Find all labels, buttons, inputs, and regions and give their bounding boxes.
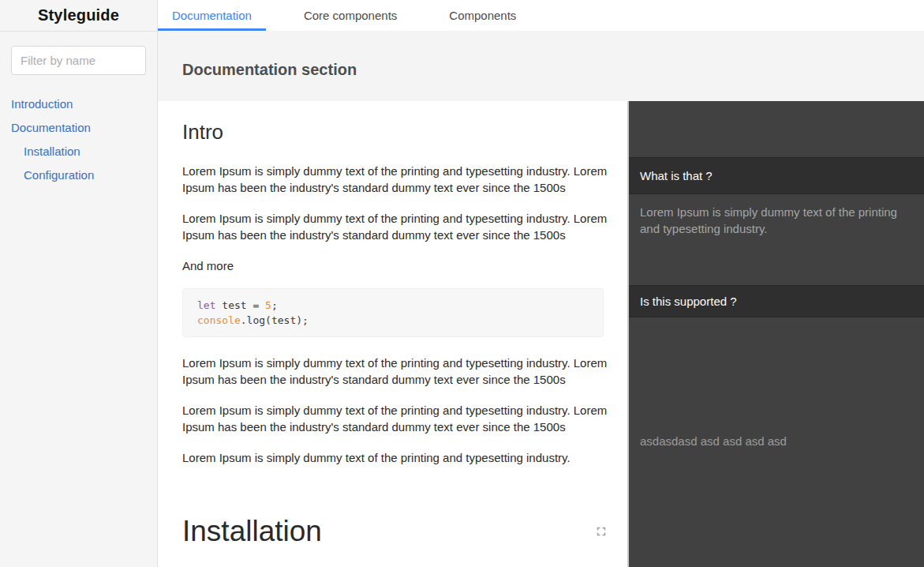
doc-paragraph: Lorem Ipsum is simply dummy text of the …	[182, 402, 608, 435]
sidebar-header: Styleguide	[0, 0, 157, 32]
filter-input[interactable]	[11, 46, 146, 75]
code-number: 5	[265, 299, 271, 311]
intro-heading: Intro	[182, 120, 608, 144]
annotation-answer: asdasdasd asd asd asd asd	[629, 317, 924, 567]
styleguide-app: Styleguide Introduction Documentation In…	[0, 0, 924, 567]
tab-components[interactable]: Components	[435, 0, 530, 31]
sidebar-item-introduction[interactable]: Introduction	[0, 92, 157, 116]
code-plain: test =	[215, 299, 265, 311]
doc-content: Intro Lorem Ipsum is simply dummy text o…	[158, 101, 627, 567]
annotations-panel: What is that ? Lorem Ipsum is simply dum…	[627, 101, 924, 567]
doc-paragraph: Lorem Ipsum is simply dummy text of the …	[182, 449, 608, 466]
code-plain: ;	[271, 299, 278, 311]
code-sample: let test = 5;console.log(test);	[197, 298, 589, 328]
code-keyword: let	[197, 299, 215, 311]
code-builtin: console	[197, 314, 241, 326]
doc-paragraph: And more	[182, 257, 608, 274]
filter-wrap	[0, 32, 157, 75]
installation-heading: Installation	[182, 515, 322, 548]
doc-paragraph: Lorem Ipsum is simply dummy text of the …	[182, 210, 608, 243]
fullscreen-icon[interactable]	[594, 524, 608, 539]
code-line: let test = 5;	[197, 298, 589, 313]
installation-heading-row: Installation	[182, 515, 608, 548]
sidebar-item-documentation[interactable]: Documentation	[0, 116, 157, 140]
sidebar-item-configuration[interactable]: Configuration	[0, 163, 157, 187]
tab-documentation[interactable]: Documentation	[158, 0, 266, 31]
code-plain: .log(test);	[241, 314, 309, 326]
code-line: console.log(test);	[197, 313, 589, 328]
sidebar-nav: Introduction Documentation Installation …	[0, 92, 157, 187]
annotation-answer: Lorem Ipsum is simply dummy text of the …	[629, 194, 924, 285]
annotation-question-what-is-that: What is that ?	[629, 157, 924, 194]
tab-bar: Documentation Core components Components	[158, 0, 924, 31]
sidebar: Styleguide Introduction Documentation In…	[0, 0, 158, 567]
code-block: let test = 5;console.log(test);	[182, 288, 604, 337]
tab-core-components[interactable]: Core components	[290, 0, 411, 31]
annotation-question-is-this-supported: Is this supported ?	[629, 285, 924, 317]
section-title: Documentation section	[158, 31, 924, 77]
section-header: Documentation section	[158, 31, 924, 101]
doc-paragraph: Lorem Ipsum is simply dummy text of the …	[182, 163, 608, 196]
sidebar-item-installation[interactable]: Installation	[0, 140, 157, 163]
doc-paragraph: Lorem Ipsum is simply dummy text of the …	[182, 355, 608, 388]
app-title: Styleguide	[38, 6, 119, 24]
annotations-spacer	[629, 101, 924, 157]
